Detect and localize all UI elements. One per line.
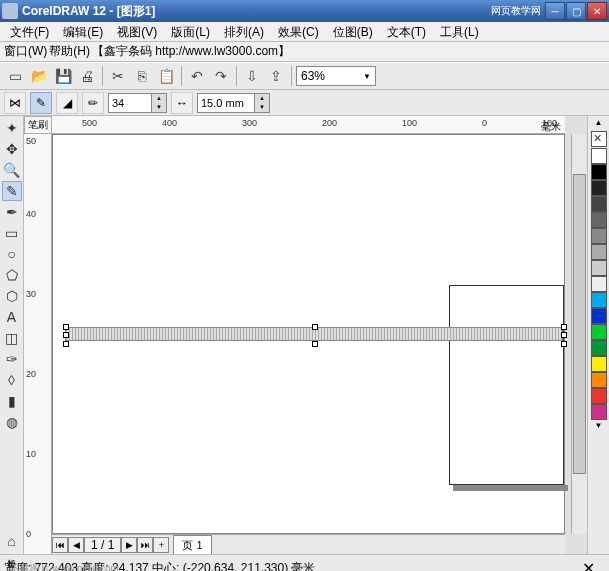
- handle-mid-left[interactable]: [63, 332, 69, 338]
- color-swatch[interactable]: [591, 404, 607, 420]
- last-page-icon[interactable]: ⏭: [137, 537, 153, 553]
- fill-tool-icon[interactable]: ▮: [2, 391, 22, 411]
- ellipse-tool-icon[interactable]: ○: [2, 244, 22, 264]
- scrollbar-thumb[interactable]: [573, 174, 586, 474]
- menu-file[interactable]: 文件(F): [4, 22, 55, 43]
- handle-bot-mid[interactable]: [312, 341, 318, 347]
- barcode-label: 【鑫宇条码 http://www.lw3000.com】: [92, 43, 290, 60]
- ruler-tick: 500: [82, 118, 97, 128]
- polygon-tool-icon[interactable]: ⬠: [2, 265, 22, 285]
- interactive-fill-icon[interactable]: ◍: [2, 412, 22, 432]
- dimension-spinner[interactable]: ▲▼: [197, 93, 270, 113]
- open-icon[interactable]: 📂: [28, 65, 50, 87]
- canvas[interactable]: [52, 134, 565, 534]
- dimension-icon[interactable]: ↔: [171, 92, 193, 114]
- color-swatch[interactable]: [591, 244, 607, 260]
- paste-icon[interactable]: 📋: [155, 65, 177, 87]
- color-swatch[interactable]: [591, 340, 607, 356]
- color-swatch[interactable]: [591, 276, 607, 292]
- handle-top-right[interactable]: [561, 324, 567, 330]
- maximize-button[interactable]: ▢: [566, 2, 586, 20]
- status-close-icon[interactable]: ✕: [582, 559, 605, 571]
- color-swatch[interactable]: [591, 180, 607, 196]
- color-swatch[interactable]: [591, 324, 607, 340]
- color-swatch[interactable]: [591, 212, 607, 228]
- stroke-width-input[interactable]: [109, 97, 151, 109]
- import-icon[interactable]: ⇩: [241, 65, 263, 87]
- handle-mid-right[interactable]: [561, 332, 567, 338]
- menu-bitmap[interactable]: 位图(B): [327, 22, 379, 43]
- prev-page-icon[interactable]: ◀: [68, 537, 84, 553]
- menu-edit[interactable]: 编辑(E): [57, 22, 109, 43]
- menu-view[interactable]: 视图(V): [111, 22, 163, 43]
- handle-bot-left[interactable]: [63, 341, 69, 347]
- cut-icon[interactable]: ✂: [107, 65, 129, 87]
- smart-tool-icon[interactable]: ✒: [2, 202, 22, 222]
- ruler-tick: 0: [482, 118, 487, 128]
- handle-top-left[interactable]: [63, 324, 69, 330]
- handle-bot-right[interactable]: [561, 341, 567, 347]
- freehand-tool-icon[interactable]: ✎: [2, 181, 22, 201]
- add-page-icon[interactable]: +: [153, 537, 169, 553]
- first-page-icon[interactable]: ⏮: [52, 537, 68, 553]
- redo-icon[interactable]: ↷: [210, 65, 232, 87]
- shape-tool-icon[interactable]: ✥: [2, 139, 22, 159]
- page-navigator: ⏮ ◀ 1 / 1 ▶ ⏭ + 页 1: [52, 534, 565, 554]
- minimize-button[interactable]: ─: [545, 2, 565, 20]
- mode-icon-1[interactable]: ⋈: [4, 92, 26, 114]
- handle-top-mid[interactable]: [312, 324, 318, 330]
- menu-layout[interactable]: 版面(L): [165, 22, 216, 43]
- rectangle-tool-icon[interactable]: ▭: [2, 223, 22, 243]
- next-page-icon[interactable]: ▶: [121, 537, 137, 553]
- eyedropper-tool-icon[interactable]: ✑: [2, 349, 22, 369]
- stroke-width-spinner[interactable]: ▲▼: [108, 93, 167, 113]
- vertical-scrollbar[interactable]: [571, 134, 587, 534]
- save-icon[interactable]: 💾: [52, 65, 74, 87]
- brush-mode-icon[interactable]: ✎: [30, 92, 52, 114]
- zoom-tool-icon[interactable]: 🔍: [2, 160, 22, 180]
- spin-up-icon[interactable]: ▲: [151, 94, 166, 103]
- color-swatch[interactable]: [591, 260, 607, 276]
- text-tool-icon[interactable]: A: [2, 307, 22, 327]
- spin-up-icon[interactable]: ▲: [254, 94, 269, 103]
- pick-tool-icon[interactable]: ✦: [2, 118, 22, 138]
- page-tab[interactable]: 页 1: [173, 535, 211, 555]
- color-swatch[interactable]: [591, 308, 607, 324]
- basic-shapes-icon[interactable]: ⬡: [2, 286, 22, 306]
- docker-icon[interactable]: ⌂: [2, 531, 22, 551]
- menu-window[interactable]: 窗口(W): [4, 43, 47, 60]
- color-swatch[interactable]: [591, 164, 607, 180]
- no-fill-swatch[interactable]: [591, 131, 607, 147]
- menu-text[interactable]: 文本(T): [381, 22, 432, 43]
- dimension-input[interactable]: [198, 97, 254, 109]
- color-swatch[interactable]: [591, 372, 607, 388]
- menu-effects[interactable]: 效果(C): [272, 22, 325, 43]
- color-swatch[interactable]: [591, 356, 607, 372]
- menu-tools[interactable]: 工具(L): [434, 22, 485, 43]
- zoom-select[interactable]: 63% ▼: [296, 66, 376, 86]
- palette-up-icon[interactable]: ▲: [591, 118, 607, 130]
- new-icon[interactable]: ▭: [4, 65, 26, 87]
- menu-arrange[interactable]: 排列(A): [218, 22, 270, 43]
- ruler-corner: 笔刷: [24, 116, 52, 134]
- color-swatch[interactable]: [591, 388, 607, 404]
- close-button[interactable]: ✕: [587, 2, 607, 20]
- spin-down-icon[interactable]: ▼: [254, 103, 269, 112]
- ruler-tick: 100: [402, 118, 417, 128]
- menu-help[interactable]: 帮助(H): [49, 43, 90, 60]
- mode-icon-3[interactable]: ◢: [56, 92, 78, 114]
- color-swatch[interactable]: [591, 196, 607, 212]
- copy-icon[interactable]: ⎘: [131, 65, 153, 87]
- export-icon[interactable]: ⇪: [265, 65, 287, 87]
- mode-icon-4[interactable]: ✏: [82, 92, 104, 114]
- spin-down-icon[interactable]: ▼: [151, 103, 166, 112]
- color-swatch[interactable]: [591, 228, 607, 244]
- print-icon[interactable]: 🖨: [76, 65, 98, 87]
- blend-tool-icon[interactable]: ◫: [2, 328, 22, 348]
- outline-tool-icon[interactable]: ◊: [2, 370, 22, 390]
- color-swatch[interactable]: [591, 148, 607, 164]
- color-swatch[interactable]: [591, 292, 607, 308]
- undo-icon[interactable]: ↶: [186, 65, 208, 87]
- palette-down-icon[interactable]: ▼: [591, 421, 607, 433]
- color-palette: ▲ ▼: [587, 116, 609, 554]
